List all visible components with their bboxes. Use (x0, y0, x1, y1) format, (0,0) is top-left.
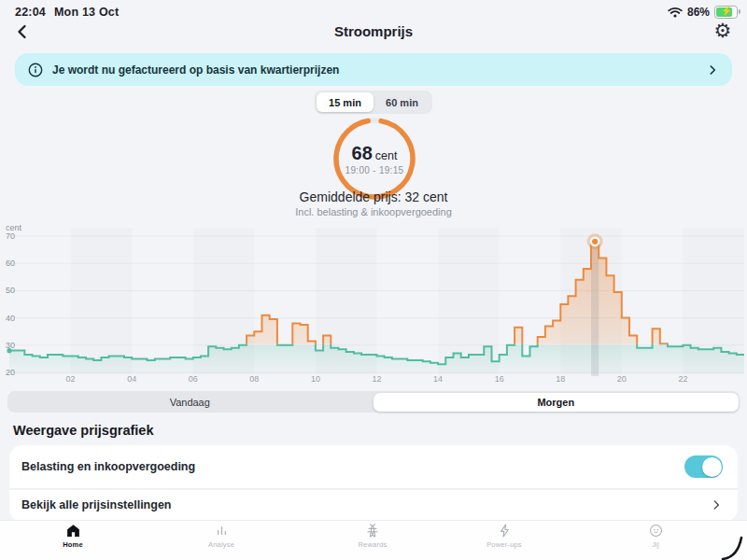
decorative-arc (710, 532, 747, 560)
status-time-date: 22:04 Mon 13 Oct (15, 6, 119, 19)
settings-heading: Weergave prijsgrafiek (13, 423, 153, 438)
charging-bolt-icon: ⚡ (721, 6, 732, 16)
home-icon (65, 523, 81, 539)
segment-15min[interactable]: 15 min (317, 92, 374, 112)
tab-powerups[interactable]: Power-ups (472, 523, 537, 549)
gauge-unit: cent (375, 149, 398, 162)
tab-rewards[interactable]: Rewards (340, 523, 405, 549)
tab-label: Jij (652, 540, 659, 549)
date-label: Mon 13 Oct (54, 6, 119, 19)
settings-button[interactable]: ⚙ (710, 18, 736, 44)
gauge-time-range: 19:00 - 19:15 (345, 165, 404, 175)
page-title: Stroomprijs (0, 23, 747, 39)
day-tabs: Vandaag Morgen (7, 391, 740, 413)
svg-text:14: 14 (433, 374, 443, 384)
tab-label: Power-ups (486, 540, 522, 549)
powerups-icon (497, 523, 513, 539)
interval-segmented-control: 15 min 60 min (315, 91, 432, 114)
svg-text:50: 50 (6, 286, 15, 295)
belasting-toggle[interactable] (684, 455, 723, 478)
settings-card: Belasting en inkoopvergoeding Bekijk all… (9, 445, 738, 522)
price-note: Incl. belasting & inkoopvergoeding (0, 206, 747, 217)
tab-label: Rewards (359, 540, 388, 549)
price-gauge: 68cent 19:00 - 19:15 (332, 117, 416, 201)
svg-text:04: 04 (127, 374, 136, 384)
status-indicators: 86% ⚡ (668, 6, 738, 19)
toggle-knob (702, 457, 722, 477)
svg-text:06: 06 (189, 374, 198, 384)
chart-svg[interactable]: 203040506070cent0204060810121416182022 (0, 222, 747, 386)
setting-label: Belasting en inkoopvergoeding (21, 460, 684, 473)
current-price-marker[interactable] (587, 233, 603, 249)
svg-text:18: 18 (556, 374, 565, 384)
wifi-icon (668, 7, 683, 18)
gauge-value: 68 (352, 143, 373, 163)
segment-60min[interactable]: 60 min (374, 92, 430, 112)
status-bar: 22:04 Mon 13 Oct 86% ⚡ (0, 0, 747, 22)
chevron-right-icon (710, 498, 723, 511)
setting-row-prijsinstellingen[interactable]: Bekijk alle prijsinstellingen (9, 489, 738, 521)
tab-label: Home (63, 540, 83, 549)
tab-jij[interactable]: Jij (623, 523, 688, 549)
info-banner[interactable]: Je wordt nu gefactureerd op basis van kw… (15, 53, 732, 86)
svg-text:02: 02 (66, 374, 76, 384)
svg-text:08: 08 (249, 374, 259, 384)
svg-text:40: 40 (6, 314, 15, 323)
average-price-label: Gemiddelde prijs: 32 cent (0, 189, 747, 204)
tab-home[interactable]: Home (40, 523, 106, 549)
analyse-icon (214, 523, 230, 539)
setting-label: Bekijk alle prijsinstellingen (21, 498, 710, 511)
svg-text:cent: cent (6, 223, 22, 232)
setting-row-belasting: Belasting en inkoopvergoeding (9, 448, 738, 485)
info-icon (28, 63, 43, 77)
gear-icon: ⚙ (714, 20, 732, 42)
banner-chevron-icon (706, 63, 719, 77)
tab-morgen[interactable]: Morgen (374, 393, 739, 412)
svg-text:12: 12 (372, 374, 381, 384)
rewards-icon (364, 523, 381, 539)
price-chart[interactable]: 203040506070cent0204060810121416182022 (0, 222, 747, 386)
tab-vandaag[interactable]: Vandaag (7, 391, 373, 413)
tab-analyse[interactable]: Analyse (189, 523, 254, 549)
svg-text:20: 20 (617, 374, 627, 384)
clock-label: 22:04 (15, 6, 46, 19)
svg-text:16: 16 (495, 374, 504, 384)
banner-text: Je wordt nu gefactureerd op basis van kw… (52, 63, 706, 77)
tab-label: Analyse (208, 540, 234, 549)
svg-text:70: 70 (6, 231, 15, 241)
svg-text:22: 22 (678, 374, 687, 384)
battery-percent: 86% (687, 6, 710, 19)
svg-text:60: 60 (6, 259, 15, 268)
jij-icon (648, 523, 664, 539)
svg-text:10: 10 (311, 374, 320, 384)
battery-icon: ⚡ (714, 6, 738, 19)
